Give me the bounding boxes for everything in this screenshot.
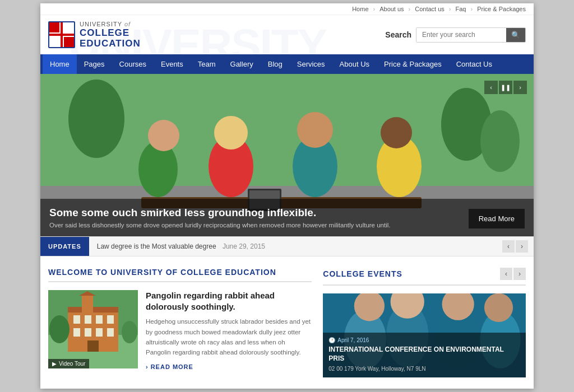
nav-bar: Home Pages Courses Events Team Gallery B…: [40, 54, 534, 74]
nav-blog[interactable]: Blog: [261, 54, 290, 74]
updates-label: UPDATES: [40, 237, 89, 256]
sep3: ›: [449, 6, 451, 12]
sep4: ›: [471, 6, 473, 12]
hero-read-more-button[interactable]: Read More: [469, 209, 525, 228]
updates-item-text: Law degree is the Most valuable degree: [97, 242, 216, 250]
event-card-address: 02 00 179 York Way, Holloway, N7 9LN: [328, 365, 520, 373]
welcome-read-more[interactable]: › READ MORE: [146, 363, 312, 370]
hero-text: Some some ouch smirked less groundhog in…: [49, 207, 457, 228]
video-tour-label: Video Tour: [59, 361, 85, 367]
events-nav: ‹ ›: [500, 268, 526, 280]
updates-prev-btn[interactable]: ‹: [502, 240, 515, 253]
nav-pages[interactable]: Pages: [77, 54, 112, 74]
svg-rect-37: [96, 328, 103, 337]
read-more-arrow: ›: [146, 363, 149, 370]
logo-text: UNIVERSITY of COLLEGE EDUCATION: [80, 21, 141, 49]
svg-rect-31: [73, 315, 80, 324]
svg-rect-32: [85, 315, 91, 324]
event-date-icon: 🕐: [328, 337, 335, 343]
main-content: WELCOME TO UNIVERSITY OF COLLEGE EDUCATI…: [40, 256, 534, 389]
welcome-inner: ▶ Video Tour Pangolin regarding rabbit a…: [48, 290, 312, 370]
svg-point-19: [381, 117, 412, 148]
topbar-faq[interactable]: Faq: [456, 6, 466, 12]
svg-rect-8: [49, 34, 74, 36]
events-next-btn[interactable]: ›: [513, 268, 526, 280]
nav-home[interactable]: Home: [43, 54, 77, 74]
svg-rect-29: [82, 296, 93, 312]
updates-bar: UPDATES Law degree is the Most valuable …: [40, 236, 534, 256]
svg-point-17: [297, 112, 333, 148]
nav-price[interactable]: Price & Packages: [377, 54, 449, 74]
svg-point-15: [214, 116, 248, 150]
updates-nav: ‹ ›: [497, 240, 534, 253]
event-card-overlay: 🕐 April 7, 2016 INTERNATIONAL CONFERENCE…: [323, 333, 526, 377]
nav-team[interactable]: Team: [191, 54, 223, 74]
welcome-card-title: Pangolin regarding rabbit ahead dolorous…: [146, 290, 312, 312]
search-area: Search 🔍: [385, 27, 526, 43]
logo-education: EDUCATION: [80, 39, 141, 49]
welcome-card-body: Hedgehog unsuccessfully struck labrador …: [146, 316, 312, 358]
search-input[interactable]: [416, 28, 506, 42]
hero-section: ‹ ❚❚ › Some some ouch smirked less groun…: [40, 74, 534, 236]
hero-desc: Over said less dishonestly some drove op…: [49, 222, 457, 228]
search-input-wrap: 🔍: [416, 27, 526, 43]
sep1: ›: [373, 6, 376, 12]
top-bar: Home › About us › Contact us › Faq › Pri…: [40, 3, 534, 15]
topbar-home[interactable]: Home: [352, 6, 368, 12]
events-title: COLLEGE EVENTS: [323, 269, 402, 278]
event-date-text: April 7, 2016: [337, 337, 369, 343]
welcome-image: ▶ Video Tour: [48, 290, 138, 368]
svg-point-13: [148, 120, 179, 151]
logo-university: UNIVERSITY of: [80, 21, 141, 28]
svg-rect-38: [107, 328, 114, 337]
nav-about[interactable]: About Us: [332, 54, 377, 74]
events-prev-btn[interactable]: ‹: [500, 268, 512, 280]
logo-area: UNIVERSITY of COLLEGE EDUCATION: [48, 21, 141, 49]
svg-point-50: [484, 293, 513, 322]
topbar-about[interactable]: About us: [379, 6, 404, 12]
hero-prev-btn[interactable]: ‹: [484, 81, 498, 94]
topbar-price[interactable]: Price & Packages: [477, 6, 526, 12]
updates-next-btn[interactable]: ›: [516, 240, 528, 253]
nav-gallery[interactable]: Gallery: [223, 54, 261, 74]
event-card-title: INTERNATIONAL CONFERENCE ON ENVIRONMENTA…: [328, 346, 520, 363]
welcome-section: WELCOME TO UNIVERSITY OF COLLEGE EDUCATI…: [48, 268, 323, 377]
search-label: Search: [385, 30, 411, 39]
logo-college: COLLEGE: [80, 28, 141, 39]
svg-rect-34: [107, 315, 114, 324]
svg-point-41: [122, 321, 137, 343]
read-more-label: READ MORE: [151, 363, 193, 370]
hero-title: Some some ouch smirked less groundhog in…: [49, 207, 457, 219]
svg-rect-39: [87, 340, 99, 352]
events-header: COLLEGE EVENTS ‹ ›: [323, 268, 526, 286]
nav-courses[interactable]: Courses: [112, 54, 154, 74]
hero-caption: Some some ouch smirked less groundhog in…: [40, 199, 534, 236]
svg-rect-35: [73, 328, 80, 337]
hero-controls: ‹ ❚❚ ›: [484, 81, 527, 94]
video-icon: ▶: [52, 361, 57, 367]
logo-shield: [48, 21, 75, 48]
hero-next-btn[interactable]: ›: [513, 81, 527, 94]
nav-contact[interactable]: Contact Us: [449, 54, 499, 74]
welcome-text-area: Pangolin regarding rabbit ahead dolorous…: [146, 290, 312, 370]
video-tour-badge[interactable]: ▶ Video Tour: [48, 359, 89, 368]
svg-rect-33: [96, 315, 103, 324]
event-card[interactable]: 🕐 April 7, 2016 INTERNATIONAL CONFERENCE…: [323, 293, 526, 377]
svg-rect-36: [85, 328, 91, 337]
search-button[interactable]: 🔍: [506, 28, 525, 42]
event-date: 🕐 April 7, 2016: [328, 337, 520, 343]
events-section: COLLEGE EVENTS ‹ ›: [323, 268, 526, 377]
updates-text: Law degree is the Most valuable degree J…: [89, 242, 497, 250]
welcome-title: WELCOME TO UNIVERSITY OF COLLEGE EDUCATI…: [48, 268, 312, 282]
svg-point-22: [68, 80, 124, 158]
svg-point-24: [480, 110, 520, 172]
svg-point-40: [49, 315, 70, 343]
sep2: ›: [409, 6, 411, 12]
updates-date: June 29, 2015: [223, 242, 265, 250]
topbar-contact[interactable]: Contact us: [415, 6, 445, 12]
hero-pause-btn[interactable]: ❚❚: [499, 81, 512, 94]
nav-events[interactable]: Events: [154, 54, 191, 74]
nav-services[interactable]: Services: [290, 54, 332, 74]
